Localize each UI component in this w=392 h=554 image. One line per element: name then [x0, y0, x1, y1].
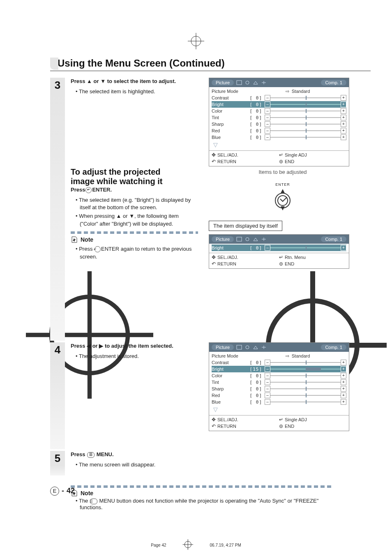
osd3-row-sharp: Sharp[ 0]–+: [212, 385, 346, 392]
svg-point-13: [246, 238, 249, 241]
osd2-foot-rtn: ↵Rtn. Menu: [279, 254, 346, 260]
osd-input-label: Comp. 1: [321, 80, 346, 85]
osd2-tab-icon-3: [253, 237, 258, 242]
osd2-tab-icon-4: [261, 237, 267, 242]
osd-row-blue: Blue[ 0]–+: [212, 134, 346, 141]
osd3-scroll-down-icon: ▽: [212, 405, 346, 413]
osd-scroll-down-icon: ▽: [212, 141, 346, 149]
osd3-row-color: Color[ 0]–+: [212, 372, 346, 379]
step3-heading: Press ▲ or ▼ to select the item to adjus…: [71, 78, 198, 85]
step5-heading: Press ☰ MENU.: [71, 451, 350, 459]
step4-bullet-1: The adjustment is stored.: [76, 353, 198, 360]
osd-panel-before: Picture Comp. 1 Picture Mode ⇨ Standard …: [209, 78, 349, 166]
step5-bullet-1: The menu screen will disappear.: [76, 461, 350, 469]
adjust-press-enter: Press↵ENTER.: [71, 186, 198, 194]
step-rail-4: [50, 357, 65, 449]
osd-tab-icon-2: [244, 80, 250, 85]
osd3-row-bright-15: Bright[15]–+: [212, 366, 346, 372]
osd3-row-blue: Blue[ 0]–+: [212, 399, 346, 405]
svg-rect-9: [237, 81, 242, 85]
osd-tab-icon-4: [261, 80, 267, 85]
osd-foot-return: ↶RETURN: [212, 159, 279, 164]
svg-rect-14: [237, 345, 242, 349]
osd-row-sharp: Sharp[ 0]–+: [212, 121, 346, 127]
adjust-section-title: To adjust the projected image while watc…: [71, 167, 198, 186]
note-icon: [71, 236, 78, 243]
print-footer: Page 42 06.7.19, 4:27 PM: [151, 539, 241, 551]
osd-tab-picture: Picture: [212, 80, 234, 85]
osd3-tab: Picture: [212, 344, 234, 350]
title-rule: [50, 71, 371, 71]
osd-panel-single: Picture Comp. 1 Bright[ 0]–+ ✥SEL./ADJ. …: [209, 234, 349, 269]
osd-row-tint: Tint[ 0]–+: [212, 114, 346, 121]
step-rail-5: [50, 466, 65, 476]
note-heading-1: Note: [71, 235, 198, 244]
enter-button-figure: ENTER: [209, 182, 357, 212]
osd3-foot-seladj: ✥SEL./ADJ.: [212, 417, 279, 422]
osd2-input: Comp. 1: [321, 236, 346, 242]
step-number-4: 4: [50, 342, 65, 357]
caption-items-adjusted: Items to be adjusted: [209, 169, 357, 175]
osd3-row-picture-mode: Picture Mode ⇨ Standard: [212, 353, 346, 359]
osd2-tab: Picture: [212, 236, 234, 242]
osd2-tab-icon-2: [244, 237, 250, 242]
registration-mark-bottom: [183, 539, 194, 551]
osd3-input: Comp. 1: [321, 344, 346, 350]
step-number-3: 3: [50, 78, 65, 92]
step4-heading: Press ◀ or ▶ to adjust the item selected…: [71, 342, 198, 350]
svg-point-15: [246, 346, 249, 349]
osd2-tab-icon-1: [236, 237, 242, 242]
step-rail-3: [50, 92, 65, 341]
osd3-row-tint: Tint[ 0]–+: [212, 379, 346, 385]
osd2-foot-seladj: ✥SEL./ADJ.: [212, 254, 279, 260]
note-heading-2: Note: [71, 489, 342, 497]
osd-row-picture-mode: Picture Mode ⇨ Standard: [212, 88, 346, 95]
item-displayed-label: The item displayed by itself: [209, 221, 282, 231]
osd-foot-single: ↵Single ADJ: [279, 152, 346, 158]
adjust-bullet-1: The selected item (e.g. "Bright") is dis…: [76, 196, 198, 212]
osd-row-contrast: Contrast[ 0]–+: [212, 95, 346, 101]
osd3-tab-icon-4: [261, 345, 267, 350]
osd-row-bright-highlight: Bright[ 0]–+: [212, 101, 346, 108]
osd2-row-bright: Bright[ 0]–+: [212, 245, 346, 251]
osd3-tab-icon-1: [236, 345, 242, 350]
osd-foot-seladj: ✥SEL./ADJ.: [212, 152, 279, 158]
osd-tab-icon-1: [236, 80, 242, 85]
osd3-foot-single: ↵Single ADJ: [279, 417, 346, 422]
osd2-foot-end: ⊜END: [279, 261, 346, 267]
bottom-note-bullet: • The ☰ MENU button does not function wh…: [76, 498, 342, 510]
osd3-foot-return: ↶RETURN: [212, 423, 279, 429]
osd-row-color: Color[ 0]–+: [212, 108, 346, 114]
osd2-foot-return: ↶RETURN: [212, 261, 279, 267]
adjust-bullet-2: When pressing ▲ or ▼, the following item…: [76, 212, 198, 228]
osd3-tab-icon-2: [244, 345, 250, 350]
page-title: Using the Menu Screen (Continued): [58, 58, 371, 69]
note-divider-2: [71, 485, 334, 488]
osd3-tab-icon-3: [253, 345, 258, 350]
step3-bullet-1: The selected item is highlighted.: [76, 88, 198, 96]
step-number-5: 5: [50, 451, 65, 466]
menu-button-icon-2: ☰: [90, 499, 97, 504]
note3-bullet-1: Press ↵ENTER again to return to the prev…: [76, 245, 198, 261]
osd-row-red: Red[ 0]–+: [212, 127, 346, 134]
menu-button-icon: ☰: [87, 452, 95, 458]
title-tab-decor: [50, 58, 58, 70]
osd-panel-after: Picture Comp. 1 Picture Mode ⇨ Standard …: [209, 342, 349, 431]
osd3-row-red: Red[ 0]–+: [212, 392, 346, 399]
note-divider-1: [71, 231, 198, 234]
osd3-foot-end: ⊜END: [279, 423, 346, 429]
svg-rect-12: [237, 237, 242, 241]
svg-point-10: [246, 81, 249, 84]
osd3-row-contrast: Contrast[ 0]–+: [212, 359, 346, 366]
page-number: E - 42: [50, 487, 75, 496]
osd-foot-end: ⊜END: [279, 159, 346, 164]
osd-tab-icon-3: [253, 80, 258, 85]
